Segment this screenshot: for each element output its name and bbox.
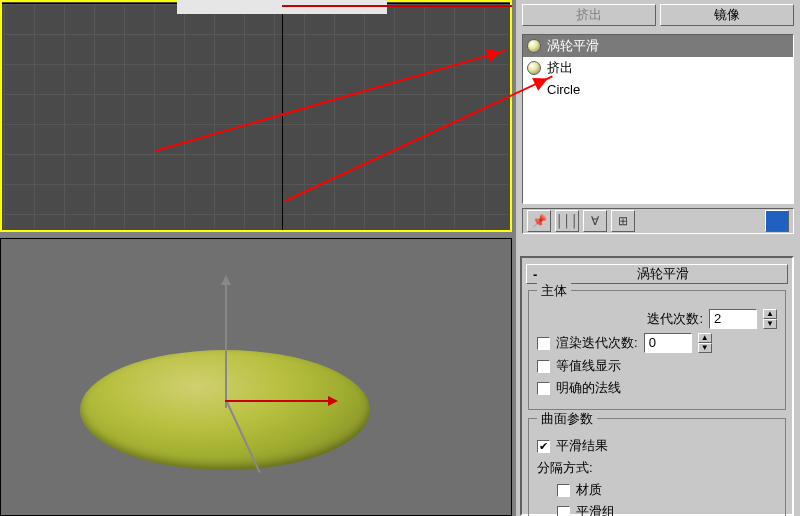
group-main-legend: 主体 xyxy=(537,282,571,300)
group-main: 主体 迭代次数: 2 ▲▼ 渲染迭代次数: 0 ▲▼ 等值线显示 明确的法线 xyxy=(528,290,786,410)
render-iter-label: 渲染迭代次数: xyxy=(556,334,638,352)
smoothgroup-checkbox[interactable] xyxy=(557,506,570,517)
smooth-result-checkbox[interactable]: ✔ xyxy=(537,440,550,453)
gizmo-z-axis xyxy=(225,278,227,408)
modifier-label: 涡轮平滑 xyxy=(547,37,789,55)
modifier-label: Circle xyxy=(547,82,789,97)
iterations-label: 迭代次数: xyxy=(647,310,703,328)
modifier-turbosmooth[interactable]: 涡轮平滑 xyxy=(523,35,793,57)
isoline-label: 等值线显示 xyxy=(556,357,621,375)
make-unique-icon[interactable]: ∀ xyxy=(583,210,607,232)
render-iter-checkbox[interactable] xyxy=(537,337,550,350)
mirror-button[interactable]: 镜像 xyxy=(660,4,794,26)
base-object-circle[interactable]: Circle xyxy=(523,79,793,101)
modifier-extrude[interactable]: 挤出 xyxy=(523,57,793,79)
explicit-normals-checkbox[interactable] xyxy=(537,382,550,395)
smoothgroup-label: 平滑组 xyxy=(576,503,615,516)
explicit-normals-label: 明确的法线 xyxy=(556,379,621,397)
separate-label: 分隔方式: xyxy=(537,459,593,477)
gizmo-x-axis xyxy=(282,2,512,10)
render-iter-input[interactable]: 0 xyxy=(644,333,692,353)
lightbulb-icon[interactable] xyxy=(527,39,541,53)
show-end-result-icon[interactable]: │││ xyxy=(555,210,579,232)
iterations-spinner[interactable]: ▲▼ xyxy=(763,309,777,329)
isoline-checkbox[interactable] xyxy=(537,360,550,373)
iterations-input[interactable]: 2 xyxy=(709,309,757,329)
rollout-header-turbosmooth[interactable]: - 涡轮平滑 xyxy=(526,264,788,284)
rollout-panel: - 涡轮平滑 主体 迭代次数: 2 ▲▼ 渲染迭代次数: 0 ▲▼ 等值线显示 … xyxy=(520,256,794,516)
configure-sets-icon[interactable] xyxy=(765,210,789,232)
gizmo-x-axis-persp xyxy=(225,400,335,402)
material-checkbox[interactable] xyxy=(557,484,570,497)
pin-stack-icon[interactable]: 📌 xyxy=(527,210,551,232)
lightbulb-icon[interactable] xyxy=(527,61,541,75)
render-iter-spinner[interactable]: ▲▼ xyxy=(698,333,712,353)
group-surface: 曲面参数 ✔ 平滑结果 分隔方式: 材质 平滑组 xyxy=(528,418,786,516)
modifier-stack[interactable]: 涡轮平滑 挤出 Circle xyxy=(522,34,794,204)
extrude-button[interactable]: 挤出 xyxy=(522,4,656,26)
remove-modifier-icon[interactable]: ⊞ xyxy=(611,210,635,232)
stack-toolbar: 📌 │││ ∀ ⊞ xyxy=(522,208,794,234)
collapse-icon: - xyxy=(533,267,537,282)
material-label: 材质 xyxy=(576,481,602,499)
modifier-label: 挤出 xyxy=(547,59,789,77)
smooth-result-label: 平滑结果 xyxy=(556,437,608,455)
viewport-top-ortho[interactable] xyxy=(0,0,512,232)
group-surface-legend: 曲面参数 xyxy=(537,410,597,428)
rollout-title: 涡轮平滑 xyxy=(545,265,781,283)
axis-vertical xyxy=(282,2,283,230)
